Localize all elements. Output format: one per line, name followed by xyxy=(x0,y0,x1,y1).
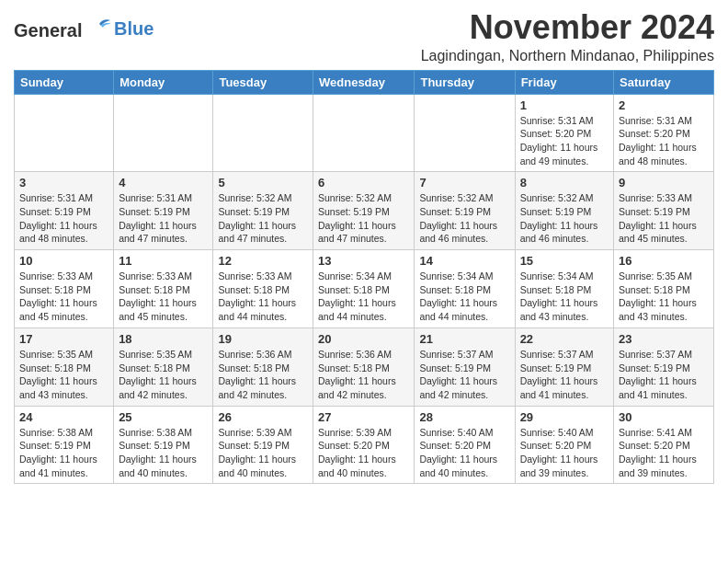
day-info: Sunrise: 5:40 AM Sunset: 5:20 PM Dayligh… xyxy=(520,426,609,480)
day-number: 18 xyxy=(119,332,208,346)
calendar-day-cell: 25Sunrise: 5:38 AM Sunset: 5:19 PM Dayli… xyxy=(114,406,213,484)
day-number: 22 xyxy=(520,332,609,346)
day-info: Sunrise: 5:31 AM Sunset: 5:20 PM Dayligh… xyxy=(619,114,709,168)
day-info: Sunrise: 5:31 AM Sunset: 5:20 PM Dayligh… xyxy=(520,114,609,168)
calendar-day-cell: 26Sunrise: 5:39 AM Sunset: 5:19 PM Dayli… xyxy=(213,406,313,484)
day-info: Sunrise: 5:34 AM Sunset: 5:18 PM Dayligh… xyxy=(318,270,409,324)
logo-general: General xyxy=(14,20,82,40)
day-info: Sunrise: 5:40 AM Sunset: 5:20 PM Dayligh… xyxy=(419,426,509,480)
day-number: 13 xyxy=(318,254,409,268)
day-number: 29 xyxy=(520,410,609,424)
day-number: 3 xyxy=(19,176,108,190)
day-number: 24 xyxy=(19,410,108,424)
calendar-day-cell: 13Sunrise: 5:34 AM Sunset: 5:18 PM Dayli… xyxy=(313,250,415,328)
calendar-week-row: 10Sunrise: 5:33 AM Sunset: 5:18 PM Dayli… xyxy=(15,250,714,328)
location-title: Lagindingan, Northern Mindanao, Philippi… xyxy=(421,48,714,64)
calendar-week-row: 17Sunrise: 5:35 AM Sunset: 5:18 PM Dayli… xyxy=(15,327,714,406)
day-info: Sunrise: 5:39 AM Sunset: 5:19 PM Dayligh… xyxy=(218,426,308,480)
calendar-day-cell: 1Sunrise: 5:31 AM Sunset: 5:20 PM Daylig… xyxy=(515,94,613,172)
logo: General Blue xyxy=(14,17,154,41)
day-number: 1 xyxy=(520,98,609,112)
calendar-day-cell xyxy=(15,94,114,172)
weekday-header-row: SundayMondayTuesdayWednesdayThursdayFrid… xyxy=(15,70,714,94)
day-info: Sunrise: 5:32 AM Sunset: 5:19 PM Dayligh… xyxy=(520,191,609,246)
calendar-day-cell: 19Sunrise: 5:36 AM Sunset: 5:18 PM Dayli… xyxy=(213,327,313,406)
day-info: Sunrise: 5:33 AM Sunset: 5:19 PM Dayligh… xyxy=(619,191,709,246)
day-number: 27 xyxy=(318,410,409,424)
day-number: 7 xyxy=(419,176,509,190)
calendar-day-cell: 20Sunrise: 5:36 AM Sunset: 5:18 PM Dayli… xyxy=(313,327,415,406)
calendar-day-cell: 2Sunrise: 5:31 AM Sunset: 5:20 PM Daylig… xyxy=(614,94,714,172)
day-info: Sunrise: 5:37 AM Sunset: 5:19 PM Dayligh… xyxy=(619,348,709,402)
weekday-header-thursday: Thursday xyxy=(415,70,515,94)
calendar-week-row: 24Sunrise: 5:38 AM Sunset: 5:19 PM Dayli… xyxy=(15,406,714,484)
calendar-week-row: 1Sunrise: 5:31 AM Sunset: 5:20 PM Daylig… xyxy=(15,94,714,172)
calendar-day-cell: 22Sunrise: 5:37 AM Sunset: 5:19 PM Dayli… xyxy=(515,327,613,406)
calendar-day-cell: 21Sunrise: 5:37 AM Sunset: 5:19 PM Dayli… xyxy=(415,327,515,406)
day-number: 4 xyxy=(119,176,208,190)
title-area: November 2024 Lagindingan, Northern Mind… xyxy=(421,9,714,64)
page-header: General Blue November 2024 Lagindingan, … xyxy=(14,9,714,64)
calendar-day-cell: 6Sunrise: 5:32 AM Sunset: 5:19 PM Daylig… xyxy=(313,172,415,250)
calendar-day-cell: 5Sunrise: 5:32 AM Sunset: 5:19 PM Daylig… xyxy=(213,172,313,250)
day-number: 16 xyxy=(619,254,709,268)
day-number: 19 xyxy=(218,332,308,346)
logo-blue: Blue xyxy=(114,18,154,40)
calendar-day-cell: 15Sunrise: 5:34 AM Sunset: 5:18 PM Dayli… xyxy=(515,250,613,328)
day-number: 26 xyxy=(218,410,308,424)
day-info: Sunrise: 5:32 AM Sunset: 5:19 PM Dayligh… xyxy=(318,191,409,246)
day-info: Sunrise: 5:35 AM Sunset: 5:18 PM Dayligh… xyxy=(119,348,208,402)
day-number: 6 xyxy=(318,176,409,190)
day-number: 21 xyxy=(419,332,509,346)
day-number: 11 xyxy=(119,254,208,268)
day-info: Sunrise: 5:34 AM Sunset: 5:18 PM Dayligh… xyxy=(520,270,609,324)
day-number: 17 xyxy=(19,332,108,346)
day-info: Sunrise: 5:36 AM Sunset: 5:18 PM Dayligh… xyxy=(218,348,308,402)
day-info: Sunrise: 5:36 AM Sunset: 5:18 PM Dayligh… xyxy=(318,348,409,402)
calendar-day-cell: 11Sunrise: 5:33 AM Sunset: 5:18 PM Dayli… xyxy=(114,250,213,328)
logo-bird-icon xyxy=(86,17,112,37)
day-info: Sunrise: 5:33 AM Sunset: 5:18 PM Dayligh… xyxy=(218,270,308,324)
weekday-header-wednesday: Wednesday xyxy=(313,70,415,94)
day-number: 2 xyxy=(619,98,709,112)
calendar-week-row: 3Sunrise: 5:31 AM Sunset: 5:19 PM Daylig… xyxy=(15,172,714,250)
weekday-header-sunday: Sunday xyxy=(15,70,114,94)
day-info: Sunrise: 5:37 AM Sunset: 5:19 PM Dayligh… xyxy=(419,348,509,402)
day-number: 25 xyxy=(119,410,208,424)
day-number: 9 xyxy=(619,176,709,190)
day-number: 14 xyxy=(419,254,509,268)
calendar-day-cell xyxy=(114,94,213,172)
day-number: 8 xyxy=(520,176,609,190)
day-number: 23 xyxy=(619,332,709,346)
day-info: Sunrise: 5:39 AM Sunset: 5:20 PM Dayligh… xyxy=(318,426,409,480)
day-info: Sunrise: 5:33 AM Sunset: 5:18 PM Dayligh… xyxy=(19,270,108,324)
day-number: 28 xyxy=(419,410,509,424)
calendar-day-cell: 29Sunrise: 5:40 AM Sunset: 5:20 PM Dayli… xyxy=(515,406,613,484)
weekday-header-friday: Friday xyxy=(515,70,613,94)
day-info: Sunrise: 5:37 AM Sunset: 5:19 PM Dayligh… xyxy=(520,348,609,402)
calendar-day-cell xyxy=(415,94,515,172)
weekday-header-saturday: Saturday xyxy=(614,70,714,94)
day-number: 5 xyxy=(218,176,308,190)
day-number: 30 xyxy=(619,410,709,424)
day-number: 10 xyxy=(19,254,108,268)
calendar-day-cell: 28Sunrise: 5:40 AM Sunset: 5:20 PM Dayli… xyxy=(415,406,515,484)
calendar-day-cell: 7Sunrise: 5:32 AM Sunset: 5:19 PM Daylig… xyxy=(415,172,515,250)
day-info: Sunrise: 5:35 AM Sunset: 5:18 PM Dayligh… xyxy=(19,348,108,402)
calendar-day-cell xyxy=(313,94,415,172)
day-number: 20 xyxy=(318,332,409,346)
calendar-day-cell: 14Sunrise: 5:34 AM Sunset: 5:18 PM Dayli… xyxy=(415,250,515,328)
weekday-header-tuesday: Tuesday xyxy=(213,70,313,94)
day-number: 15 xyxy=(520,254,609,268)
day-info: Sunrise: 5:41 AM Sunset: 5:20 PM Dayligh… xyxy=(619,426,709,480)
weekday-header-monday: Monday xyxy=(114,70,213,94)
calendar-day-cell xyxy=(213,94,313,172)
day-info: Sunrise: 5:32 AM Sunset: 5:19 PM Dayligh… xyxy=(218,191,308,246)
calendar-day-cell: 27Sunrise: 5:39 AM Sunset: 5:20 PM Dayli… xyxy=(313,406,415,484)
month-title: November 2024 xyxy=(421,9,714,46)
calendar-day-cell: 17Sunrise: 5:35 AM Sunset: 5:18 PM Dayli… xyxy=(15,327,114,406)
day-info: Sunrise: 5:35 AM Sunset: 5:18 PM Dayligh… xyxy=(619,270,709,324)
day-info: Sunrise: 5:31 AM Sunset: 5:19 PM Dayligh… xyxy=(119,191,208,246)
calendar-day-cell: 16Sunrise: 5:35 AM Sunset: 5:18 PM Dayli… xyxy=(614,250,714,328)
calendar-day-cell: 8Sunrise: 5:32 AM Sunset: 5:19 PM Daylig… xyxy=(515,172,613,250)
